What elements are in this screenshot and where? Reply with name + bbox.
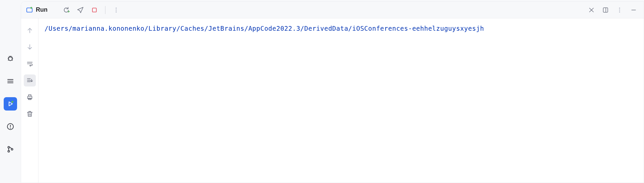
svg-point-16 [116, 11, 117, 12]
svg-rect-19 [603, 8, 608, 12]
svg-point-23 [619, 11, 620, 12]
svg-point-4 [11, 101, 13, 103]
options-icon[interactable] [614, 5, 625, 15]
down-arrow-icon[interactable] [24, 41, 36, 53]
stop-button[interactable] [89, 5, 100, 15]
run-action-icon[interactable] [75, 5, 86, 15]
svg-point-22 [619, 9, 620, 10]
console-line: /Users/marianna.kononenko/Library/Caches… [45, 25, 484, 32]
print-icon[interactable] [24, 91, 36, 103]
run-tool-icon[interactable] [4, 97, 17, 111]
trash-icon[interactable] [24, 108, 36, 120]
soft-wrap-icon[interactable] [24, 58, 36, 70]
run-content-area: /Users/marianna.kononenko/Library/Caches… [21, 18, 644, 183]
run-tool-title-group: Run [26, 6, 48, 14]
scroll-to-end-icon[interactable] [24, 74, 36, 86]
layout-icon[interactable] [600, 5, 611, 15]
svg-point-12 [30, 7, 32, 9]
rerun-button[interactable] [61, 5, 72, 15]
ide-left-sidebar [0, 0, 21, 183]
svg-point-15 [116, 9, 117, 10]
svg-point-7 [10, 128, 11, 128]
up-arrow-icon[interactable] [24, 24, 36, 36]
close-icon[interactable] [586, 5, 597, 15]
console-output[interactable]: /Users/marianna.kononenko/Library/Caches… [38, 18, 644, 183]
console-gutter [21, 18, 38, 183]
svg-rect-30 [28, 95, 31, 97]
svg-point-8 [8, 147, 10, 148]
toolbar-divider [105, 6, 105, 14]
more-options-icon[interactable] [111, 5, 122, 15]
run-tool-title: Run [36, 6, 48, 13]
problems-tool-icon[interactable] [4, 120, 17, 133]
structure-tool-icon[interactable] [4, 74, 17, 88]
svg-point-14 [116, 7, 117, 8]
debug-tool-icon[interactable] [4, 52, 17, 65]
run-tool-window: Run [21, 1, 644, 183]
svg-point-9 [8, 151, 10, 152]
run-tool-toolbar: Run [21, 2, 644, 18]
minimize-icon[interactable] [628, 5, 639, 15]
svg-rect-13 [92, 8, 96, 12]
run-config-icon [26, 6, 33, 14]
vcs-tool-icon[interactable] [4, 143, 17, 156]
svg-point-21 [619, 7, 620, 8]
